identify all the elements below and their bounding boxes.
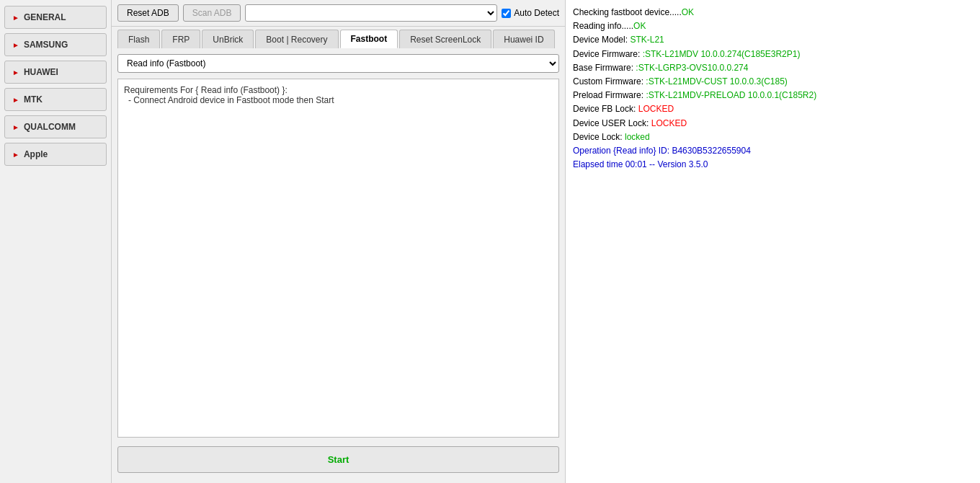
log-suffix: STK-L21 (630, 35, 664, 45)
log-text: Device USER Lock: (573, 118, 651, 128)
log-suffix: OK (633, 21, 646, 31)
log-line: Device Firmware: :STK-L21MDV 10.0.0.274(… (573, 48, 973, 61)
log-suffix: :STK-L21MDV-PRELOAD 10.0.0.1(C185R2) (646, 90, 816, 100)
start-button[interactable]: Start (117, 446, 559, 473)
log-line: Elapsed time 00:01 -- Version 3.5.0 (573, 158, 973, 172)
content-area: Read info (Fastboot) Requirements For { … (112, 48, 565, 483)
sidebar-label-huawei: HUAWEI (24, 67, 58, 77)
log-line: Base Firmware: :STK-LGRP3-OVS10.0.0.274 (573, 61, 973, 75)
dropdown-row: Read info (Fastboot) (117, 54, 559, 73)
log-suffix: :STK-LGRP3-OVS10.0.0.274 (636, 63, 748, 73)
log-text: Device FB Lock: (573, 104, 638, 114)
tabs-bar: FlashFRPUnBrickBoot | RecoveryFastbootRe… (112, 27, 565, 48)
log-text: Checking fastboot device..... (573, 7, 682, 17)
sidebar-label-general: GENERAL (24, 12, 66, 22)
sidebar-item-mtk[interactable]: ►MTK (4, 88, 107, 111)
arrow-icon-qualcomm: ► (12, 123, 19, 131)
tab-unbrick[interactable]: UnBrick (202, 30, 254, 48)
log-line: Checking fastboot device.....OK (573, 6, 973, 19)
auto-detect-container: Auto Detect (502, 8, 559, 18)
tab-boot_recovery[interactable]: Boot | Recovery (255, 30, 338, 48)
log-text: Base Firmware: (573, 63, 636, 73)
log-text: Reading info..... (573, 21, 633, 31)
auto-detect-checkbox[interactable] (502, 9, 511, 18)
log-suffix: LOCKED (638, 104, 674, 114)
log-text: Device Model: (573, 35, 630, 45)
log-line: Custom Firmware: :STK-L21MDV-CUST 10.0.0… (573, 75, 973, 89)
main-panel: Reset ADB Scan ADB Auto Detect FlashFRPU… (112, 0, 566, 483)
info-box: Requirements For { Read info (Fastboot) … (117, 79, 559, 438)
tab-reset_screenlock[interactable]: Reset ScreenLock (399, 30, 491, 48)
sidebar-label-apple: Apple (24, 149, 48, 159)
tab-frp[interactable]: FRP (161, 30, 200, 48)
arrow-icon-mtk: ► (12, 96, 19, 104)
log-line: Device FB Lock: LOCKED (573, 102, 973, 116)
arrow-icon-apple: ► (12, 151, 19, 159)
arrow-icon-general: ► (12, 14, 19, 22)
log-text: Custom Firmware: (573, 76, 646, 87)
log-line: Operation {Read info} ID: B4630B53226559… (573, 144, 973, 158)
tab-huawei_id[interactable]: Huawei ID (493, 30, 554, 48)
sidebar: ►GENERAL►SAMSUNG►HUAWEI►MTK►QUALCOMM►App… (0, 0, 112, 483)
sidebar-label-qualcomm: QUALCOMM (24, 122, 76, 132)
scan-adb-button[interactable]: Scan ADB (183, 4, 241, 22)
log-line: Device Model: STK-L21 (573, 33, 973, 47)
sidebar-item-samsung[interactable]: ►SAMSUNG (4, 33, 107, 56)
log-text: Device Firmware: (573, 49, 643, 59)
log-line: Preload Firmware: :STK-L21MDV-PRELOAD 10… (573, 89, 973, 102)
sidebar-label-samsung: SAMSUNG (24, 40, 68, 50)
topbar: Reset ADB Scan ADB Auto Detect (112, 0, 565, 27)
port-select[interactable] (245, 4, 497, 22)
tab-fastboot[interactable]: Fastboot (340, 30, 398, 48)
log-suffix: :STK-L21MDV 10.0.0.274(C185E3R2P1) (643, 49, 801, 59)
sidebar-item-general[interactable]: ►GENERAL (4, 6, 107, 29)
requirements-title: Requirements For { Read info (Fastboot) … (124, 85, 553, 95)
log-line: Device Lock: locked (573, 130, 973, 144)
log-line: Reading info.....OK (573, 19, 973, 33)
log-suffix: LOCKED (651, 118, 687, 128)
log-suffix: :STK-L21MDV-CUST 10.0.0.3(C185) (646, 76, 788, 87)
reset-adb-button[interactable]: Reset ADB (117, 4, 179, 22)
sidebar-item-huawei[interactable]: ►HUAWEI (4, 61, 107, 84)
start-button-container: Start (117, 443, 559, 477)
action-dropdown[interactable]: Read info (Fastboot) (117, 54, 559, 73)
auto-detect-label: Auto Detect (514, 8, 559, 18)
arrow-icon-samsung: ► (12, 41, 19, 49)
sidebar-label-mtk: MTK (24, 94, 43, 105)
sidebar-item-qualcomm[interactable]: ►QUALCOMM (4, 115, 107, 138)
log-suffix: OK (682, 7, 694, 17)
log-text: Device Lock: (573, 132, 625, 142)
sidebar-item-apple[interactable]: ►Apple (4, 143, 107, 166)
tab-flash[interactable]: Flash (117, 30, 160, 48)
log-panel: Checking fastboot device.....OKReading i… (566, 0, 980, 483)
log-suffix: locked (625, 132, 650, 142)
requirements-item: - Connect Android device in Fastboot mod… (124, 95, 553, 105)
log-line: Device USER Lock: LOCKED (573, 117, 973, 130)
log-text: Preload Firmware: (573, 90, 646, 100)
arrow-icon-huawei: ► (12, 68, 19, 76)
